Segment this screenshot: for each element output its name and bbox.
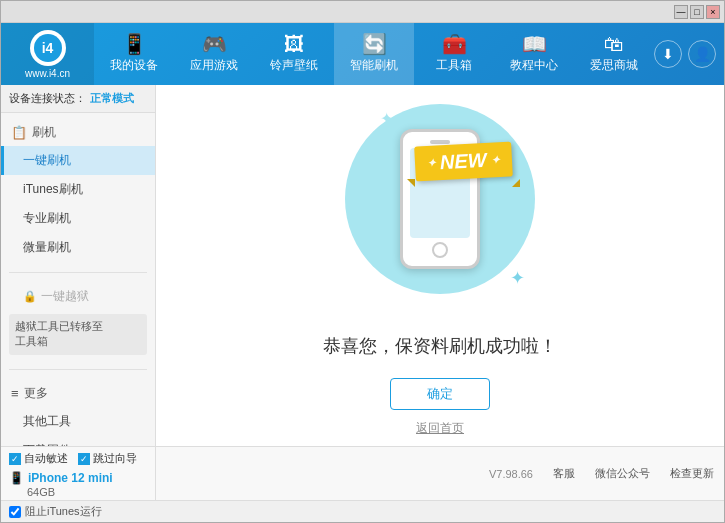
nav-items: 📱 我的设备 🎮 应用游戏 🖼 铃声壁纸 🔄 智能刷机 🧰 工具箱 📖: [94, 23, 654, 85]
nav-apps-games[interactable]: 🎮 应用游戏: [174, 23, 254, 85]
sidebar-section-more: ≡ 更多 其他工具 下载固件 高级功能: [1, 374, 155, 446]
left-panel: 设备连接状态： 正常模式 📋 刷机 一键刷机 iTunes刷机 专业刷机 微量刷…: [1, 85, 156, 446]
bottom-bar-left: ✓ 自动敏述 ✓ 跳过向导 📱 iPhone 12 mini 64GB Down…: [1, 447, 156, 500]
sidebar-separator-2: [9, 369, 147, 370]
new-badge-text: NEW: [439, 149, 487, 174]
check-update-link[interactable]: 检查更新: [670, 466, 714, 481]
sidebar-item-itunes-flash[interactable]: iTunes刷机: [1, 175, 155, 204]
sidebar-section-more-label: 更多: [24, 385, 48, 402]
support-link[interactable]: 客服: [553, 466, 575, 481]
status-value: 正常模式: [90, 91, 134, 106]
close-button[interactable]: ×: [706, 5, 720, 19]
bottom-bar: ✓ 自动敏述 ✓ 跳过向导 📱 iPhone 12 mini 64GB Down…: [1, 446, 724, 500]
logo-text: www.i4.cn: [25, 68, 70, 79]
new-star-left: ✦: [427, 156, 437, 169]
return-home-link[interactable]: 返回首页: [416, 420, 464, 437]
status-label: 设备连接状态：: [9, 91, 86, 106]
wizard-checkbox-item[interactable]: ✓ 跳过向导: [78, 451, 137, 466]
bottom-bar-right: V7.98.66 客服 微信公众号 检查更新: [156, 447, 724, 500]
phone-icon: 📱: [9, 471, 24, 485]
itunes-checkbox[interactable]: [9, 506, 21, 518]
apps-games-icon: 🎮: [202, 34, 227, 54]
nav-store[interactable]: 🛍 爱思商城: [574, 23, 654, 85]
sidebar-section-flash: 📋 刷机 一键刷机 iTunes刷机 专业刷机 微量刷机: [1, 113, 155, 268]
sparkle-icon-3: ✦: [510, 267, 525, 289]
logo-circle: i4: [30, 30, 66, 66]
sidebar-section-jailbreak: 🔒 一键越狱 越狱工具已转移至工具箱: [1, 277, 155, 365]
wallpaper-icon: 🖼: [284, 34, 304, 54]
device-info: 📱 iPhone 12 mini: [9, 471, 147, 485]
download-button[interactable]: ⬇: [654, 40, 682, 68]
ribbon-tail-left: [407, 179, 415, 187]
app-window: — □ × i4 www.i4.cn 📱 我的设备 🎮 应用游戏 🖼 铃声壁纸: [0, 0, 725, 523]
sidebar-jailbreak-label: 一键越狱: [41, 288, 89, 305]
user-button[interactable]: 👤: [688, 40, 716, 68]
wechat-link[interactable]: 微信公众号: [595, 466, 650, 481]
maximize-button[interactable]: □: [690, 5, 704, 19]
ribbon-tail-right: [512, 179, 520, 187]
body-area: 设备连接状态： 正常模式 📋 刷机 一键刷机 iTunes刷机 专业刷机 微量刷…: [1, 85, 724, 446]
sidebar: 📋 刷机 一键刷机 iTunes刷机 专业刷机 微量刷机 🔒 一键越狱 越狱工具…: [1, 113, 155, 446]
sparkle-icon-2: ✦: [500, 102, 510, 116]
flash-section-icon: 📋: [11, 125, 27, 140]
nav-my-device-label: 我的设备: [110, 57, 158, 74]
tutorial-icon: 📖: [522, 34, 547, 54]
nav-my-device[interactable]: 📱 我的设备: [94, 23, 174, 85]
auto-checkbox-item[interactable]: ✓ 自动敏述: [9, 451, 68, 466]
store-icon: 🛍: [604, 34, 624, 54]
nav-smart-flash-label: 智能刷机: [350, 57, 398, 74]
version-text: V7.98.66: [489, 468, 533, 480]
nav-store-label: 爱思商城: [590, 57, 638, 74]
nav-wallpaper-label: 铃声壁纸: [270, 57, 318, 74]
auto-checkbox[interactable]: ✓: [9, 453, 21, 465]
sidebar-item-pro-flash[interactable]: 专业刷机: [1, 204, 155, 233]
nav-tools-label: 工具箱: [436, 57, 472, 74]
confirm-button[interactable]: 确定: [390, 378, 490, 410]
itunes-bar: 阻止iTunes运行: [1, 500, 724, 522]
header: i4 www.i4.cn 📱 我的设备 🎮 应用游戏 🖼 铃声壁纸 🔄 智能刷机: [1, 23, 724, 85]
my-device-icon: 📱: [122, 34, 147, 54]
nav-smart-flash[interactable]: 🔄 智能刷机: [334, 23, 414, 85]
minimize-button[interactable]: —: [674, 5, 688, 19]
checkboxes-row: ✓ 自动敏述 ✓ 跳过向导: [9, 451, 147, 466]
auto-checkbox-label: 自动敏述: [24, 451, 68, 466]
itunes-bar-label: 阻止iTunes运行: [25, 504, 102, 519]
nav-tools[interactable]: 🧰 工具箱: [414, 23, 494, 85]
smart-flash-icon: 🔄: [362, 34, 387, 54]
device-name: iPhone 12 mini: [28, 471, 113, 485]
sidebar-item-other-tools[interactable]: 其他工具: [1, 407, 155, 436]
sidebar-section-more-header: ≡ 更多: [1, 380, 155, 407]
wizard-checkbox-label: 跳过向导: [93, 451, 137, 466]
success-text: 恭喜您，保资料刷机成功啦！: [323, 334, 557, 358]
logo-area: i4 www.i4.cn: [1, 23, 94, 85]
sidebar-section-flash-header: 📋 刷机: [1, 119, 155, 146]
sidebar-jailbreak-header: 🔒 一键越狱: [1, 283, 155, 310]
sidebar-item-one-click-flash[interactable]: 一键刷机: [1, 146, 155, 175]
status-bar: 设备连接状态： 正常模式: [1, 85, 155, 113]
title-bar: — □ ×: [1, 1, 724, 23]
nav-tutorial-label: 教程中心: [510, 57, 558, 74]
phone-home-btn: [432, 242, 448, 258]
lock-icon: 🔒: [23, 290, 37, 303]
sidebar-item-download-firmware[interactable]: 下载固件: [1, 436, 155, 446]
nav-wallpaper[interactable]: 🖼 铃声壁纸: [254, 23, 334, 85]
sidebar-section-flash-label: 刷机: [32, 124, 56, 141]
phone-illustration: ✦ ✦ ✦ ✦ NEW ✦: [340, 94, 540, 314]
more-section-icon: ≡: [11, 386, 19, 401]
logo-inner: i4: [34, 34, 62, 62]
main-content: ✦ ✦ ✦ ✦ NEW ✦: [156, 85, 724, 446]
wizard-checkbox[interactable]: ✓: [78, 453, 90, 465]
nav-apps-games-label: 应用游戏: [190, 57, 238, 74]
jailbreak-notice: 越狱工具已转移至工具箱: [9, 314, 147, 355]
new-badge: ✦ NEW ✦: [414, 141, 512, 181]
new-star-right: ✦: [490, 153, 500, 166]
device-storage: 64GB: [27, 486, 55, 498]
sidebar-separator-1: [9, 272, 147, 273]
nav-tutorial[interactable]: 📖 教程中心: [494, 23, 574, 85]
tools-icon: 🧰: [442, 34, 467, 54]
sparkle-icon-1: ✦: [380, 109, 393, 128]
header-right: ⬇ 👤: [654, 40, 716, 68]
sidebar-item-micro-flash[interactable]: 微量刷机: [1, 233, 155, 262]
